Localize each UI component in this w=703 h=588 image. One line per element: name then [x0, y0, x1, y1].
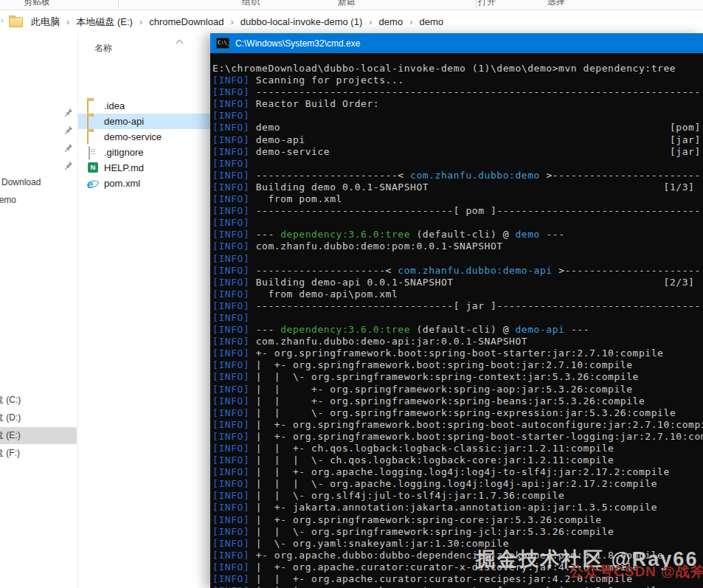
- ribbon-group-label: 剪贴板: [24, 0, 50, 8]
- text-file-icon: [87, 147, 100, 159]
- chevron-right-icon[interactable]: ›: [369, 16, 372, 27]
- nav-arrow-fragment-icon[interactable]: ›: [1, 15, 4, 24]
- console-line: [INFO] demo-api [jar]: [212, 134, 703, 146]
- ribbon-group-label: 新建: [338, 0, 356, 8]
- folder-icon: [87, 116, 100, 128]
- console-line: [INFO] Building demo-api 0.0.1-SNAPSHOT …: [212, 277, 703, 288]
- drive-label: 盘 (E:): [0, 429, 21, 442]
- console-line: [INFO] +- org.springframework.boot:sprin…: [212, 347, 703, 359]
- cmd-title-text: C:\Windows\System32\cmd.exe: [235, 38, 360, 49]
- file-row[interactable]: demo-service: [78, 129, 210, 145]
- console-line: [INFO] Scanning for projects...: [212, 75, 703, 86]
- folder-icon: [87, 131, 100, 143]
- address-bar[interactable]: › 此电脑›本地磁盘 (E:)›chromeDownload›dubbo-loc…: [0, 10, 703, 34]
- file-row[interactable]: .idea: [78, 98, 210, 114]
- file-name: demo-api: [104, 116, 144, 127]
- breadcrumb-item[interactable]: chromeDownload: [148, 15, 224, 29]
- console-line: [INFO] Reactor Build Order:: [212, 98, 703, 110]
- console-line: [INFO]: [212, 312, 703, 324]
- breadcrumb-item[interactable]: dubbo-local-invoke-demo (1): [240, 15, 363, 29]
- console-line: [INFO] -----------------------< com.zhan…: [212, 170, 703, 181]
- watermark-csdn: 公众号CSDN @战斧: [569, 562, 703, 581]
- console-line: [INFO] | | | \- org.apache.logging.log4j…: [212, 478, 703, 490]
- cmd-icon[interactable]: C:\_: [216, 38, 229, 49]
- console-line: [INFO] ---------------------< com.zhanfu…: [212, 265, 703, 277]
- pin-icon[interactable]: [63, 107, 73, 117]
- ribbon-strip: 剪贴板组织新建打开选择: [0, 0, 703, 10]
- cmd-window: C:\_ C:\Windows\System32\cmd.exe E:\chro…: [210, 33, 703, 588]
- folder-icon: [9, 17, 23, 27]
- chevron-right-icon[interactable]: ›: [66, 16, 69, 27]
- internet-explorer-icon: e: [87, 178, 100, 190]
- column-header-name[interactable]: 名称: [94, 42, 112, 55]
- console-line: [INFO] | | +- org.springframework:spring…: [212, 384, 703, 395]
- console-line: [INFO] --- dependency:3.6.0:tree (defaul…: [212, 229, 703, 241]
- console-line: [INFO] com.zhanfu.dubbo:demo-api:jar:0.0…: [212, 336, 703, 347]
- file-row[interactable]: epom.xml: [78, 176, 210, 191]
- console-line: [INFO] --------------------------------[…: [212, 205, 703, 217]
- file-name: .idea: [104, 100, 125, 111]
- chevron-right-icon[interactable]: ›: [409, 16, 412, 27]
- console-line: [INFO] --------------------------------[…: [212, 300, 703, 312]
- console-line: [INFO] demo [pom]: [212, 122, 703, 134]
- ribbon-divider: [352, 0, 353, 8]
- file-row[interactable]: demo-api: [78, 114, 210, 129]
- file-row[interactable]: NHELP.md: [78, 160, 210, 176]
- file-name: demo-service: [104, 131, 162, 142]
- console-line: [INFO] | | +- ch.qos.logback:logback-cla…: [212, 443, 703, 454]
- console-line: [INFO] ---------------------------------…: [212, 86, 703, 98]
- sidebar-item[interactable]: Download: [1, 177, 41, 187]
- console-line: [INFO]: [212, 253, 703, 265]
- file-list-pane: 名称 .ideademo-apidemo-service.gitignoreNH…: [78, 33, 210, 588]
- console-line: [INFO]: [212, 217, 703, 229]
- chevron-right-icon[interactable]: ›: [139, 16, 142, 27]
- console-line: [INFO] | | | +- org.apache.curator:curat…: [212, 585, 703, 588]
- console-line: [INFO] Building demo 0.0.1-SNAPSHOT [1/3…: [212, 181, 703, 193]
- breadcrumb: 此电脑›本地磁盘 (E:)›chromeDownload›dubbo-local…: [9, 10, 444, 33]
- drive-label: 盘 (D:): [0, 412, 21, 424]
- ribbon-divider: [476, 0, 477, 8]
- cmd-titlebar[interactable]: C:\_ C:\Windows\System32\cmd.exe: [210, 33, 703, 53]
- markdown-file-icon: N: [87, 162, 100, 174]
- console-line: [INFO] | | \- org.springframework:spring…: [212, 371, 703, 383]
- console-line: [INFO] | +- org.springframework.boot:spr…: [212, 419, 703, 431]
- breadcrumb-item[interactable]: 本地磁盘 (E:): [75, 14, 134, 30]
- file-name: pom.xml: [104, 178, 140, 189]
- console-line: [INFO] | | | \- ch.qos.logback:logback-c…: [212, 454, 703, 466]
- console-line: [INFO] | | +- org.springframework:spring…: [212, 395, 703, 407]
- sidebar-item-drive[interactable]: 盘 (C:): [0, 392, 77, 409]
- sidebar-item-drive[interactable]: 盘 (F:): [0, 445, 77, 462]
- drive-label: 盘 (C:): [0, 394, 21, 407]
- console-line: [INFO] | +- jakarta.annotation:jakarta.a…: [212, 502, 703, 513]
- folder-icon: [87, 100, 100, 112]
- pin-icon[interactable]: [63, 125, 73, 134]
- console-line: [INFO]: [212, 158, 703, 170]
- console-line: [INFO] | | +- org.apache.logging.log4j:l…: [212, 466, 703, 478]
- console-line: [INFO] demo-service [jar]: [212, 146, 703, 158]
- console-line: [INFO] | +- org.springframework:spring-c…: [212, 514, 703, 526]
- breadcrumb-item[interactable]: demo: [378, 15, 404, 29]
- breadcrumb-item[interactable]: 此电脑: [30, 14, 60, 30]
- ribbon-divider: [118, 0, 119, 8]
- console-line: [INFO] | | \- org.springframework:spring…: [212, 526, 703, 538]
- console-line: [INFO] from pom.xml: [212, 193, 703, 205]
- sidebar-item-drive[interactable]: 盘 (E:): [0, 427, 77, 444]
- file-row[interactable]: .gitignore: [78, 145, 210, 160]
- sidebar-item-drive[interactable]: 盘 (D:): [0, 409, 77, 426]
- breadcrumb-item[interactable]: demo: [418, 15, 444, 29]
- console-line: [INFO] --- dependency:3.6.0:tree (defaul…: [212, 324, 703, 336]
- ribbon-group-label: 打开: [478, 0, 496, 8]
- console-line: [INFO] | | \- org.slf4j:jul-to-slf4j:jar…: [212, 490, 703, 502]
- sidebar-item[interactable]: demo: [0, 195, 16, 205]
- console-line: [INFO] | +- org.springframework.boot:spr…: [212, 359, 703, 371]
- console-line: [INFO] com.zhanfu.dubbo:demo:pom:0.0.1-S…: [212, 241, 703, 252]
- drive-label: 盘 (F:): [0, 447, 20, 460]
- pin-icon[interactable]: [63, 160, 73, 170]
- sort-ascending-icon[interactable]: [177, 39, 182, 44]
- file-name: .gitignore: [104, 147, 143, 158]
- file-name: HELP.md: [104, 162, 144, 173]
- console-output[interactable]: E:\chromeDownload\dubbo-local-invoke-dem…: [210, 53, 703, 588]
- pin-icon[interactable]: [63, 142, 73, 152]
- chevron-right-icon[interactable]: ›: [230, 16, 233, 27]
- navigation-pane: Downloaddemo盘 (C:)盘 (D:)盘 (E:)盘 (F:): [0, 33, 77, 588]
